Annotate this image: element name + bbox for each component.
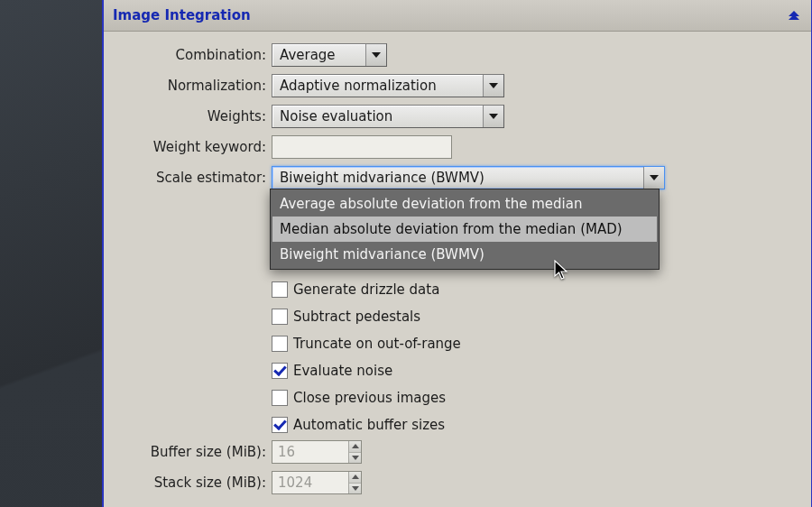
buffer-size-value (272, 441, 348, 463)
checkbox-icon (272, 336, 288, 352)
combination-label: Combination: (111, 47, 272, 63)
dropdown-option[interactable]: Median absolute deviation from the media… (272, 217, 657, 242)
chevron-down-icon (365, 44, 386, 66)
combination-select[interactable]: Average (272, 43, 387, 67)
truncate-oor-checkbox[interactable]: Truncate on out-of-range (272, 334, 804, 354)
section-title: Image Integration (113, 7, 251, 23)
stack-size-stepper[interactable] (272, 471, 362, 494)
weights-value: Noise evaluation (272, 108, 483, 124)
stepper-buttons[interactable] (348, 441, 361, 463)
collapse-up-icon[interactable] (786, 7, 802, 23)
checkbox-icon (272, 417, 288, 433)
step-up-icon[interactable] (349, 441, 361, 452)
buffer-size-stepper[interactable] (272, 440, 362, 464)
checkbox-icon (272, 363, 288, 379)
evaluate-noise-checkbox[interactable]: Evaluate noise (272, 361, 804, 381)
buffer-size-label: Buffer size (MiB): (111, 444, 272, 460)
chevron-down-icon (643, 167, 664, 189)
stack-size-label: Stack size (MiB): (111, 475, 272, 491)
chevron-down-icon (483, 106, 503, 127)
checkbox-icon (272, 390, 288, 406)
scale-estimator-label: Scale estimator: (111, 170, 272, 186)
subtract-pedestals-label: Subtract pedestals (293, 309, 420, 325)
close-previous-label: Close previous images (293, 390, 446, 406)
normalization-label: Normalization: (111, 78, 272, 94)
stepper-buttons[interactable] (348, 472, 361, 493)
checkbox-icon (272, 309, 288, 325)
scale-estimator-select[interactable]: Biweight midvariance (BWMV) (272, 166, 665, 189)
normalization-value: Adaptive normalization (272, 78, 483, 94)
truncate-oor-label: Truncate on out-of-range (293, 336, 461, 352)
stack-size-value (272, 472, 348, 493)
scale-estimator-dropdown[interactable]: Average absolute deviation from the medi… (270, 189, 660, 270)
weights-select[interactable]: Noise evaluation (272, 105, 504, 128)
normalization-select[interactable]: Adaptive normalization (272, 74, 504, 97)
step-down-icon[interactable] (349, 483, 361, 494)
weight-keyword-label: Weight keyword: (111, 139, 272, 155)
section-header[interactable]: Image Integration (104, 0, 811, 32)
dropdown-option[interactable]: Biweight midvariance (BWMV) (272, 242, 657, 267)
close-previous-checkbox[interactable]: Close previous images (272, 388, 804, 408)
weights-label: Weights: (111, 108, 272, 124)
weight-keyword-input[interactable] (272, 135, 452, 159)
generate-drizzle-label: Generate drizzle data (293, 281, 439, 298)
evaluate-noise-label: Evaluate noise (293, 363, 392, 379)
step-down-icon[interactable] (349, 452, 361, 464)
auto-buffer-checkbox[interactable]: Automatic buffer sizes (272, 415, 804, 435)
chevron-down-icon (483, 75, 503, 97)
step-up-icon[interactable] (349, 472, 361, 483)
options-checkbox-group: Generate drizzle data Subtract pedestals… (272, 276, 804, 438)
auto-buffer-label: Automatic buffer sizes (293, 417, 445, 433)
dropdown-option[interactable]: Average absolute deviation from the medi… (272, 191, 657, 217)
combination-value: Average (272, 47, 365, 63)
subtract-pedestals-checkbox[interactable]: Subtract pedestals (272, 307, 804, 327)
checkbox-icon (272, 281, 288, 298)
generate-drizzle-checkbox[interactable]: Generate drizzle data (272, 280, 804, 300)
scale-estimator-value: Biweight midvariance (BWMV) (272, 170, 643, 186)
